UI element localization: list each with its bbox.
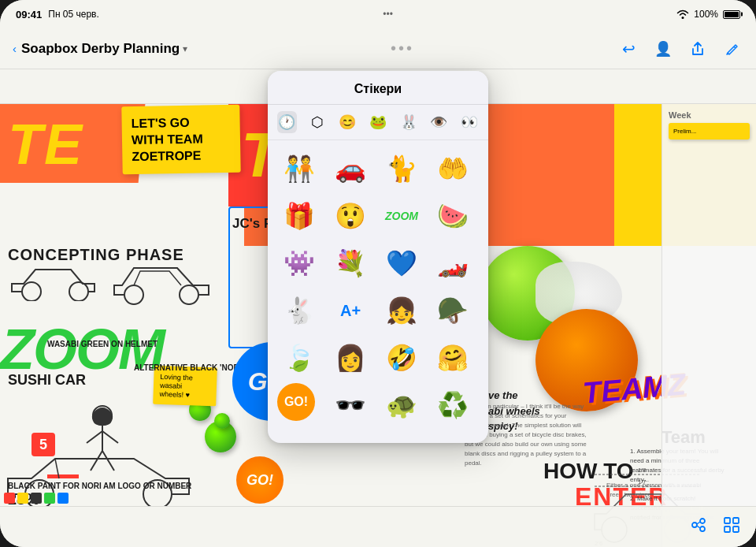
- svg-point-2: [124, 285, 143, 304]
- svg-rect-32: [724, 518, 730, 523]
- sticker-helmet[interactable]: 🪖: [431, 288, 475, 333]
- sticky-note-team: LET'S GO WITH TEAM ZOETROPE: [121, 105, 240, 175]
- wifi-icon: [676, 9, 689, 19]
- right-sticky: Prelim...: [669, 123, 750, 140]
- canvas-area: TEAM TE JC's FINAL 3D RENDERING LET'S GO…: [0, 0, 756, 547]
- right-sidebar: Week Prelim...: [662, 104, 756, 547]
- node-icon: [690, 516, 707, 534]
- small-sticky-text: Loving the wasabi wheels! ♥: [159, 373, 193, 399]
- sticker-flowers[interactable]: 💐: [328, 241, 372, 285]
- sticker-red-car[interactable]: 🚗: [328, 147, 372, 191]
- nav-title: Soapbox Derby Planning: [21, 41, 180, 57]
- sticker-monster[interactable]: 👾: [277, 241, 321, 285]
- sticker-go-bubble[interactable]: GO!: [277, 383, 315, 421]
- go-small-sticker: GO!: [236, 456, 284, 504]
- right-sticky-text: Prelim...: [673, 128, 696, 135]
- nav-dots-center: •••: [391, 39, 414, 58]
- sticker-panel-header: Стікери: [268, 71, 488, 105]
- back-button[interactable]: ‹: [13, 42, 17, 55]
- sticker-categories: 🕐 ⬡ 😊 🐸 🐰 👁️ 👀: [268, 105, 488, 140]
- sticker-person-photo[interactable]: 🧑‍🤝‍🧑: [277, 147, 321, 191]
- sticker-sunglasses[interactable]: 🕶️: [328, 383, 372, 427]
- cat-animoji[interactable]: 🐸: [369, 111, 388, 133]
- person-button[interactable]: 👤: [652, 38, 674, 60]
- black-paint-label: BLACK PAINT FOR NORI AM LOGO OR NUMBER: [8, 481, 191, 492]
- cat-emoji[interactable]: 😊: [338, 111, 358, 133]
- cat-googly[interactable]: 👀: [459, 111, 479, 133]
- sticker-panel: Стікери 🕐 ⬡ 😊 🐸 🐰 👁️ 👀 🧑‍🤝‍🧑 🚗 🐈 🤲 🎁: [268, 71, 488, 443]
- status-day: Пн 05 черв.: [48, 9, 99, 20]
- svg-point-0: [22, 282, 41, 301]
- sushi-car-text: SUSHI CAR: [8, 372, 86, 389]
- battery-fill: [724, 12, 739, 17]
- nav-center: •••: [391, 39, 414, 58]
- svg-rect-7: [47, 474, 79, 478]
- sticker-surprised[interactable]: 😲: [328, 194, 372, 238]
- node-button[interactable]: [690, 516, 707, 538]
- sticker-fire-car[interactable]: 🏎️: [431, 241, 475, 285]
- nav-right: ↩ 👤: [617, 38, 743, 60]
- cat-recent[interactable]: 🕐: [277, 111, 297, 133]
- grid-button[interactable]: [723, 516, 740, 538]
- sticker-girl[interactable]: 👩: [328, 336, 372, 380]
- sticker-hug[interactable]: 🤗: [431, 336, 475, 380]
- status-bar: 09:41 Пн 05 черв. ••• 100%: [0, 0, 756, 28]
- green-ball-3: [214, 413, 230, 429]
- cat-eyes[interactable]: 👁️: [429, 111, 449, 133]
- car-sketch-1: [8, 262, 102, 301]
- pencil-button[interactable]: [721, 38, 743, 60]
- sticker-cat[interactable]: 🐈: [380, 147, 424, 191]
- nav-chevron-icon: ▾: [183, 43, 187, 54]
- grid-icon: [723, 516, 740, 534]
- sticker-child[interactable]: 👧: [380, 288, 424, 333]
- sticker-recycle[interactable]: ♻️: [431, 383, 475, 427]
- svg-point-1: [69, 282, 88, 301]
- battery-icon: [723, 10, 740, 19]
- pencil-icon: [725, 42, 739, 56]
- nav-left: ‹ Soapbox Derby Planning ▾: [13, 41, 187, 57]
- sticker-leaves[interactable]: 🍃: [277, 336, 321, 380]
- sticker-zoom[interactable]: ZOOM: [380, 194, 424, 238]
- te-text: TE: [8, 112, 83, 177]
- sticker-gift[interactable]: 🎁: [277, 194, 321, 238]
- color-swatches: [4, 493, 69, 504]
- cat-memoji[interactable]: 🐰: [398, 111, 418, 133]
- number-sticker: 5: [32, 433, 55, 456]
- sticker-turtle[interactable]: 🐢: [380, 383, 424, 427]
- car-sketch-2: [110, 262, 220, 305]
- status-right: 100%: [676, 9, 740, 20]
- sticker-laughing[interactable]: 🤣: [380, 336, 424, 380]
- svg-rect-34: [724, 527, 730, 532]
- sticker-aplus[interactable]: A+: [328, 288, 372, 333]
- nav-title-area[interactable]: Soapbox Derby Planning ▾: [21, 41, 187, 57]
- svg-point-28: [700, 519, 705, 523]
- sticker-blue-heart[interactable]: 💙: [380, 241, 424, 285]
- cat-shape[interactable]: ⬡: [308, 111, 328, 133]
- share-button[interactable]: [687, 38, 709, 60]
- nav-bar: ‹ Soapbox Derby Planning ▾ ••• ↩ 👤: [0, 28, 756, 69]
- status-time: 09:41: [16, 9, 42, 20]
- sticker-grid: 🧑‍🤝‍🧑 🚗 🐈 🤲 🎁 😲 ZOOM 🍉 👾 💐 💙 🏎️ 🐇 A+ 👧: [268, 140, 488, 434]
- svg-line-30: [697, 522, 700, 524]
- sticker-watermelon[interactable]: 🍉: [431, 194, 475, 238]
- status-dots: •••: [383, 9, 393, 20]
- sticker-panel-title: Стікери: [354, 82, 402, 95]
- svg-rect-35: [733, 527, 739, 532]
- status-left: 09:41 Пн 05 черв.: [16, 9, 99, 20]
- undo-button[interactable]: ↩: [617, 38, 639, 60]
- sticker-rabbit[interactable]: 🐇: [277, 288, 321, 333]
- share-icon: [690, 41, 706, 57]
- week-label: Week: [669, 110, 750, 120]
- wasabi-label: WASABI GREEN ON HELMET: [47, 339, 158, 350]
- svg-line-31: [697, 526, 700, 528]
- sticky-note-text: LET'S GO WITH TEAM ZOETROPE: [131, 116, 202, 163]
- svg-point-29: [700, 527, 705, 531]
- svg-point-27: [692, 523, 697, 527]
- car-sketches: [8, 262, 228, 317]
- sticker-hands-heart[interactable]: 🤲: [431, 147, 475, 191]
- ipad-frame: TEAM TE JC's FINAL 3D RENDERING LET'S GO…: [0, 0, 756, 547]
- svg-rect-33: [733, 518, 739, 523]
- svg-point-3: [180, 285, 198, 304]
- battery-percent: 100%: [694, 9, 718, 20]
- bottom-toolbar: [0, 506, 756, 547]
